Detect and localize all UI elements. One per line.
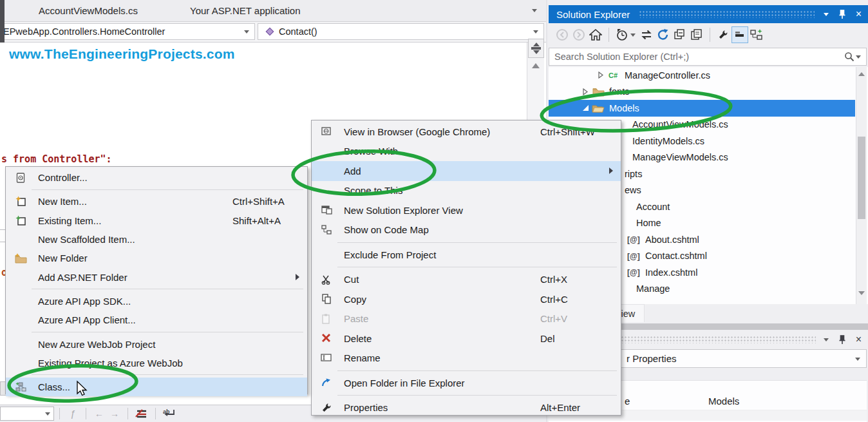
close-icon[interactable]: × — [856, 334, 862, 345]
menu-item-new-folder[interactable]: New Folder — [6, 249, 307, 267]
word-wrap-icon[interactable]: ab — [161, 405, 178, 422]
property-value: Models — [703, 396, 739, 407]
tree-item-models[interactable]: Models — [549, 100, 855, 117]
type-dropdown[interactable]: EPwebApp.Controllers.HomeController — [0, 23, 255, 40]
menu-item-azure-api-app-client[interactable]: Azure API App Client... — [6, 311, 307, 329]
new-code-map-icon[interactable] — [748, 26, 765, 43]
browser-icon — [318, 126, 335, 137]
home-icon[interactable] — [587, 26, 604, 43]
scroll-up-icon[interactable] — [532, 63, 540, 68]
tree-item-label: ripts — [625, 169, 642, 179]
menu-item-exclude-from-project[interactable]: Exclude From Project — [312, 245, 621, 265]
collapse-all-icon[interactable] — [672, 26, 688, 43]
window-position-icon[interactable] — [824, 13, 829, 16]
scrollbar-thumb[interactable] — [858, 137, 865, 219]
tree-item-label: AccountViewModels.cs — [632, 119, 728, 129]
menu-item-existing-project-as-azure-webjob[interactable]: Existing Project as Azure WebJob — [6, 354, 307, 372]
member-dropdown[interactable]: Contact() — [258, 23, 544, 40]
submenu-arrow-icon — [609, 168, 613, 174]
menu-item-existing-item[interactable]: Existing Item...Shift+Alt+A — [6, 211, 307, 230]
menu-item-copy[interactable]: CopyCtrl+C — [312, 289, 621, 309]
submenu-arrow-icon — [296, 274, 299, 280]
navigate-forward-icon[interactable]: → — [107, 408, 122, 419]
menu-item-delete[interactable]: DeleteDel — [312, 329, 621, 349]
scroll-down-icon[interactable] — [858, 291, 865, 295]
folder-open-icon — [591, 103, 605, 113]
scroll-up-icon[interactable] — [858, 72, 865, 76]
menu-item-new-item[interactable]: New Item...Ctrl+Shift+A — [6, 192, 307, 211]
editor-navigation-bar: EPwebApp.Controllers.HomeController Cont… — [0, 22, 546, 43]
tree-item-label: IdentityModels.cs — [632, 136, 704, 146]
search-input[interactable]: Search Solution Explorer (Ctrl+;) — [549, 48, 867, 66]
menu-item-properties[interactable]: PropertiesAlt+Enter — [312, 398, 621, 418]
bottom-dropdown[interactable] — [0, 407, 54, 421]
copy-icon — [318, 294, 335, 304]
project-title: Your ASP.NET application — [190, 5, 301, 16]
expander-collapsed-icon[interactable] — [580, 88, 591, 95]
menu-item-browse-with[interactable]: Browse With... — [312, 142, 621, 162]
menu-separator — [32, 374, 303, 375]
tree-item-label: ews — [625, 185, 641, 195]
menu-item-new-azure-webjob-project[interactable]: New Azure WebJob Project — [6, 334, 307, 353]
menu-item-new-solution-explorer-view[interactable]: New Solution Explorer View — [312, 200, 621, 220]
chevron-down-icon[interactable] — [532, 9, 537, 12]
drag-texture — [639, 10, 814, 18]
menu-item-show-on-code-map[interactable]: Show on Code Map — [312, 220, 621, 240]
tree-item-label: ManageController.cs — [625, 70, 710, 81]
toggle-lines-icon[interactable] — [133, 405, 150, 422]
sync-with-active-document-icon[interactable] — [638, 26, 655, 43]
svg-text:[@]: [@] — [627, 235, 640, 244]
menu-item-cut[interactable]: CutCtrl+X — [312, 270, 621, 290]
menu-item-rename[interactable]: Rename — [312, 349, 621, 369]
properties-wrench-icon[interactable] — [715, 26, 731, 43]
editor-tab-bar: AccountViewModels.cs Your ASP.NET applic… — [0, 0, 546, 22]
menu-item-paste[interactable]: PasteCtrl+V — [312, 309, 621, 329]
menu-separator — [32, 289, 303, 289]
menu-item-controller[interactable]: Controller... — [6, 168, 307, 187]
folder-icon — [591, 87, 605, 97]
solution-explorer-toolbar — [549, 23, 868, 46]
menu-item-azure-api-app-sdk[interactable]: Azure API App SDK... — [6, 292, 307, 311]
function-nav-icon[interactable]: ƒ — [65, 408, 80, 419]
menu-item-view-in-browser-google-chrome[interactable]: View in Browser (Google Chrome)Ctrl+Shif… — [312, 122, 621, 142]
file-tab[interactable]: AccountViewModels.cs — [39, 5, 138, 16]
navigate-back-icon[interactable]: ← — [91, 408, 107, 419]
menu-item-class[interactable]: Class... — [6, 378, 307, 396]
tree-item-managecontroller-cs[interactable]: C#ManageController.cs — [549, 67, 868, 84]
forward-icon[interactable] — [571, 26, 587, 43]
solution-explorer-title-bar[interactable]: Solution Explorer × — [549, 5, 868, 23]
search-icon[interactable] — [843, 48, 856, 65]
expander-expanded-icon[interactable] — [580, 105, 591, 111]
tree-item-label: Contact.cshtml — [645, 251, 707, 261]
menu-item-scope-to-this[interactable]: Scope to This — [312, 181, 621, 201]
tree-item-label: Manage — [636, 283, 670, 294]
chevron-down-icon[interactable] — [630, 34, 636, 37]
tree-item-label: Index.cshtml — [645, 267, 697, 278]
pin-icon[interactable] — [838, 9, 847, 19]
menu-item-open-folder-in-file-explorer[interactable]: Open Folder in File Explorer — [312, 373, 621, 393]
tree-item-label: fonts — [609, 86, 629, 97]
razor-icon: [@] — [627, 251, 641, 261]
new-item-icon — [12, 196, 29, 207]
chevron-down-icon[interactable] — [856, 55, 861, 59]
show-all-files-icon[interactable] — [731, 26, 748, 43]
menu-item-add[interactable]: Add — [312, 161, 621, 181]
editor-split-handle-icon[interactable] — [528, 39, 544, 58]
menu-item-new-scaffolded-item[interactable]: New Scaffolded Item... — [6, 230, 307, 249]
back-icon[interactable] — [554, 26, 571, 43]
close-icon[interactable]: × — [856, 8, 862, 20]
properties-pages-icon[interactable] — [688, 26, 705, 43]
divider — [86, 408, 86, 419]
refresh-icon[interactable] — [655, 26, 672, 43]
menu-item-add-asp-net-folder[interactable]: Add ASP.NET Folder — [6, 267, 307, 286]
expander-collapsed-icon[interactable] — [595, 72, 607, 79]
tree-scrollbar[interactable] — [856, 67, 867, 304]
wrench-icon — [318, 403, 335, 413]
menu-separator — [32, 332, 303, 332]
window-position-icon[interactable] — [824, 338, 829, 341]
pin-icon[interactable] — [838, 334, 847, 345]
tree-item-fonts[interactable]: fonts — [549, 84, 868, 101]
watermark-text: www.TheEngineeringProjects.com — [9, 46, 235, 62]
tree-item-label: Models — [609, 103, 639, 113]
pending-changes-filter-icon[interactable] — [614, 26, 630, 43]
